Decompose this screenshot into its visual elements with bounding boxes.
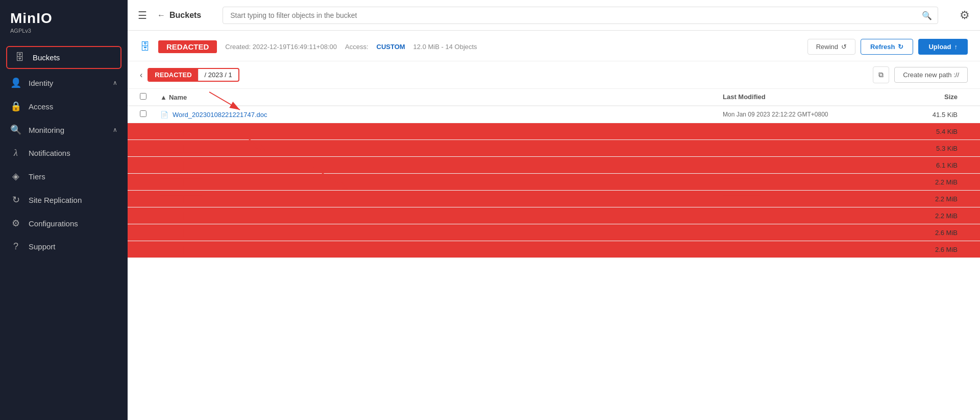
content-wrapper: 🗄 REDACTED Created: 2022-12-19T16:49:11+… (128, 31, 980, 420)
table-row: █████████ ████████ 2.2 MiB (128, 191, 980, 207)
sidebar-item-support[interactable]: ? Support (0, 235, 128, 258)
chevron-up-icon: ∧ (113, 126, 117, 133)
search-input[interactable] (223, 7, 938, 24)
row-checkbox (140, 178, 160, 186)
file-modified-cell: ████████ (723, 128, 876, 135)
rewind-button[interactable]: Rewind ↺ (807, 39, 855, 55)
table-row: █████████ ████████ 6.1 KiB (128, 157, 980, 174)
col-name-label: Name (169, 94, 187, 101)
row-checkbox (140, 161, 160, 169)
header-checkbox-col (140, 93, 160, 101)
file-size-cell: 2.2 MiB (876, 195, 958, 203)
back-button[interactable]: ← (157, 11, 165, 20)
create-new-path-button[interactable]: Create new path :// (894, 67, 968, 83)
bucket-header: 🗄 REDACTED Created: 2022-12-19T16:49:11+… (128, 31, 980, 61)
sidebar-item-label: Identity (29, 79, 106, 87)
row-checkbox (140, 110, 160, 119)
sidebar-item-label: Tiers (29, 172, 117, 181)
file-icon: 📄 (160, 111, 168, 119)
sidebar-item-label: Support (29, 242, 117, 251)
file-modified-cell: Mon Jan 09 2023 22:12:22 GMT+0800 (723, 111, 876, 118)
select-all-checkbox[interactable] (140, 93, 146, 100)
upload-button[interactable]: Upload ↑ (918, 39, 968, 55)
sidebar-item-label: Buckets (33, 53, 113, 62)
table-row: █████████ ████████ 2.6 MiB (128, 224, 980, 241)
sidebar-item-monitoring[interactable]: 🔍 Monitoring ∧ (0, 118, 128, 142)
sidebar-item-label: Monitoring (29, 126, 106, 134)
file-size-cell: 2.2 MiB (876, 178, 958, 186)
header-size-col: Size (876, 93, 958, 101)
sidebar-toggle-button[interactable]: ☰ (138, 9, 147, 21)
table-header: ▲ Name Last Modified Size (128, 89, 980, 106)
table-row: █████████ ████████ 5.3 KiB (128, 140, 980, 157)
path-root-segment: REDACTED (149, 69, 198, 81)
logo-version: AGPLv3 (10, 28, 31, 34)
file-table: ▲ Name Last Modified Size 📄 Word_2023010… (128, 89, 980, 420)
notifications-icon: λ (10, 148, 21, 158)
refresh-label: Refresh (870, 43, 895, 51)
path-sub-segment: / 2023 / 1 (198, 69, 238, 81)
table-row: 📄 Word_20230108221221747.doc Mon Jan 09 … (128, 106, 980, 123)
sidebar-item-label: Notifications (29, 149, 117, 157)
bucket-size-info: 12.0 MiB - 14 Objects (413, 43, 477, 51)
header-name-col: ▲ Name (160, 93, 723, 101)
sidebar-item-site-replication[interactable]: ↻ Site Replication (0, 188, 128, 212)
row-checkbox (140, 195, 160, 203)
sidebar-item-notifications[interactable]: λ Notifications (0, 142, 128, 165)
main-area: ☰ ← Buckets 🔍 ⚙ 🗄 REDACTED Created: 2022… (128, 0, 980, 420)
upload-icon: ↑ (954, 43, 958, 51)
file-name-cell: █████████ (160, 161, 723, 169)
row-checkbox (140, 127, 160, 135)
sidebar-item-tiers[interactable]: ◈ Tiers (0, 165, 128, 188)
file-size-cell: 41.5 KiB (876, 111, 958, 119)
row-select-checkbox[interactable] (140, 110, 146, 117)
file-name-cell: █████████ (160, 128, 723, 135)
tiers-icon: ◈ (10, 171, 21, 182)
file-name-cell: █████████ (160, 229, 723, 237)
table-row: █████████ ████████ 5.4 KiB (128, 123, 980, 140)
bucket-access-label: Access: (345, 43, 369, 51)
breadcrumb: ← Buckets (157, 11, 201, 20)
monitoring-icon: 🔍 (10, 124, 21, 135)
refresh-button[interactable]: Refresh ↻ (861, 39, 913, 55)
file-modified-cell: ████████ (723, 145, 876, 152)
file-name-cell: █████████ (160, 195, 723, 203)
bucket-name: REDACTED (158, 40, 217, 53)
sidebar-item-label: Site Replication (29, 196, 117, 204)
support-icon: ? (10, 241, 21, 252)
sidebar-item-identity[interactable]: 👤 Identity ∧ (0, 71, 128, 95)
sidebar-nav: 🗄 Buckets 👤 Identity ∧ 🔒 Access 🔍 Monito… (0, 39, 128, 420)
file-modified-cell: ████████ (723, 212, 876, 220)
sidebar-item-configurations[interactable]: ⚙ Configurations (0, 212, 128, 235)
copy-path-icon: ⧉ (878, 71, 884, 79)
file-name-cell: █████████ (160, 145, 723, 152)
bucket-header-icon: 🗄 (140, 41, 150, 53)
row-checkbox (140, 245, 160, 253)
file-modified-cell: ████████ (723, 161, 876, 169)
file-name-cell[interactable]: 📄 Word_20230108221221747.doc (160, 111, 723, 119)
sidebar: MinIO AGPLv3 🗄 Buckets 👤 Identity ∧ 🔒 Ac… (0, 0, 128, 420)
path-bar: ‹ REDACTED / 2023 / 1 ⧉ Create new path … (128, 61, 980, 89)
file-name-text: Word_20230108221221747.doc (173, 111, 267, 119)
file-modified-cell: ████████ (723, 178, 876, 186)
settings-icon[interactable]: ⚙ (960, 9, 970, 22)
header-modified-col: Last Modified (723, 93, 876, 101)
path-segments: REDACTED / 2023 / 1 (148, 68, 239, 82)
file-modified-cell: ████████ (723, 229, 876, 237)
file-modified-cell: ████████ (723, 246, 876, 253)
topbar: ☰ ← Buckets 🔍 ⚙ (128, 0, 980, 31)
file-name-cell: █████████ (160, 178, 723, 186)
logo-text: MinIO (10, 10, 53, 27)
file-size-cell: 5.4 KiB (876, 128, 958, 135)
bucket-meta: Created: 2022-12-19T16:49:11+08:00 Acces… (225, 43, 477, 51)
copy-path-button[interactable]: ⧉ (873, 66, 889, 83)
rewind-label: Rewind (816, 43, 838, 51)
path-back-button[interactable]: ‹ (140, 71, 142, 80)
bucket-icon: 🗄 (14, 52, 26, 63)
sidebar-item-buckets[interactable]: 🗄 Buckets (6, 46, 121, 69)
table-row: █████████ ████████ 2.2 MiB (128, 207, 980, 224)
row-checkbox (140, 228, 160, 237)
sidebar-item-access[interactable]: 🔒 Access (0, 95, 128, 118)
table-row: █████████ ████████ 2.2 MiB (128, 174, 980, 191)
file-name-cell: █████████ (160, 212, 723, 220)
